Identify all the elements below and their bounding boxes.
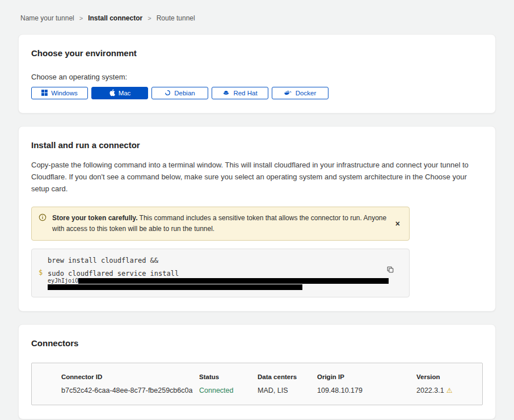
cell-origin-ip: 109.48.10.179	[317, 387, 416, 394]
token-line-1: eyJhIjoiO	[48, 278, 401, 284]
token-warning-bold: Store your token carefully.	[52, 214, 138, 222]
environment-card-title: Choose your environment	[31, 48, 483, 58]
copy-icon[interactable]	[385, 264, 395, 276]
os-button-group: Windows Mac Debian Red Hat	[31, 87, 483, 99]
info-icon	[39, 213, 47, 224]
debian-icon	[165, 90, 171, 97]
os-button-debian[interactable]: Debian	[151, 87, 208, 99]
command-line-2: sudo cloudflared service install	[48, 270, 401, 278]
close-icon[interactable]: ×	[393, 219, 402, 229]
install-command-code-block: $ brew install cloudflared && sudo cloud…	[31, 249, 410, 297]
version-value: 2022.3.1	[416, 387, 444, 394]
install-card: Install and run a connector Copy-paste t…	[18, 126, 496, 312]
token-prefix: eyJhIjoiO	[48, 278, 78, 284]
os-button-redhat[interactable]: Red Hat	[212, 87, 268, 99]
token-redaction-bar	[48, 284, 302, 290]
cell-data-centers: MAD, LIS	[258, 387, 317, 394]
apple-icon	[109, 89, 115, 98]
redhat-icon	[222, 90, 230, 96]
token-warning-text: Store your token carefully. This command…	[52, 213, 387, 234]
breadcrumb-step-install-connector[interactable]: Install connector	[88, 14, 142, 22]
os-button-label: Red Hat	[233, 90, 257, 96]
docker-icon	[284, 90, 292, 96]
shell-prompt: $	[39, 268, 43, 276]
environment-card: Choose your environment Choose an operat…	[18, 34, 496, 114]
col-header-origin-ip: Origin IP	[317, 373, 416, 380]
os-button-label: Docker	[296, 90, 316, 96]
os-button-mac[interactable]: Mac	[91, 87, 148, 99]
connectors-table-header: Connector ID Status Data centers Origin …	[61, 373, 473, 380]
col-header-status: Status	[199, 373, 258, 380]
table-row: b7c52c42-6caa-48ee-8c77-fbe259cb6c0a Con…	[61, 387, 473, 394]
breadcrumb-separator: >	[79, 15, 83, 22]
cell-connector-id: b7c52c42-6caa-48ee-8c77-fbe259cb6c0a	[61, 387, 199, 394]
status-badge: Connected	[199, 387, 258, 394]
breadcrumb-step-route-tunnel[interactable]: Route tunnel	[157, 14, 195, 22]
install-card-title: Install and run a connector	[31, 140, 483, 150]
os-button-label: Debian	[174, 90, 195, 96]
connectors-table: Connector ID Status Data centers Origin …	[31, 363, 483, 405]
token-warning-alert: Store your token carefully. This command…	[31, 207, 410, 240]
os-button-docker[interactable]: Docker	[272, 87, 328, 99]
os-button-windows[interactable]: Windows	[31, 87, 88, 99]
windows-icon	[41, 90, 48, 97]
os-button-label: Windows	[51, 90, 78, 96]
connectors-card-title: Connectors	[31, 338, 483, 348]
token-redaction-bar	[78, 278, 389, 284]
breadcrumb: Name your tunnel > Install connector > R…	[18, 0, 496, 34]
col-header-data-centers: Data centers	[258, 373, 317, 380]
col-header-connector-id: Connector ID	[61, 373, 199, 380]
os-select-label: Choose an operating system:	[31, 73, 483, 81]
breadcrumb-step-name-tunnel[interactable]: Name your tunnel	[20, 14, 74, 22]
os-button-label: Mac	[119, 90, 131, 96]
breadcrumb-separator: >	[148, 15, 151, 22]
command-line-1: brew install cloudflared &&	[48, 257, 401, 264]
token-line-2	[48, 284, 401, 290]
connectors-card: Connectors Connector ID Status Data cent…	[18, 324, 496, 419]
cell-version: 2022.3.1⚠	[416, 387, 473, 394]
col-header-version: Version	[416, 373, 473, 380]
install-description: Copy-paste the following command into a …	[31, 159, 483, 195]
version-warning-icon: ⚠	[446, 387, 453, 394]
tunnel-setup-page: Name your tunnel > Install connector > R…	[0, 0, 514, 420]
